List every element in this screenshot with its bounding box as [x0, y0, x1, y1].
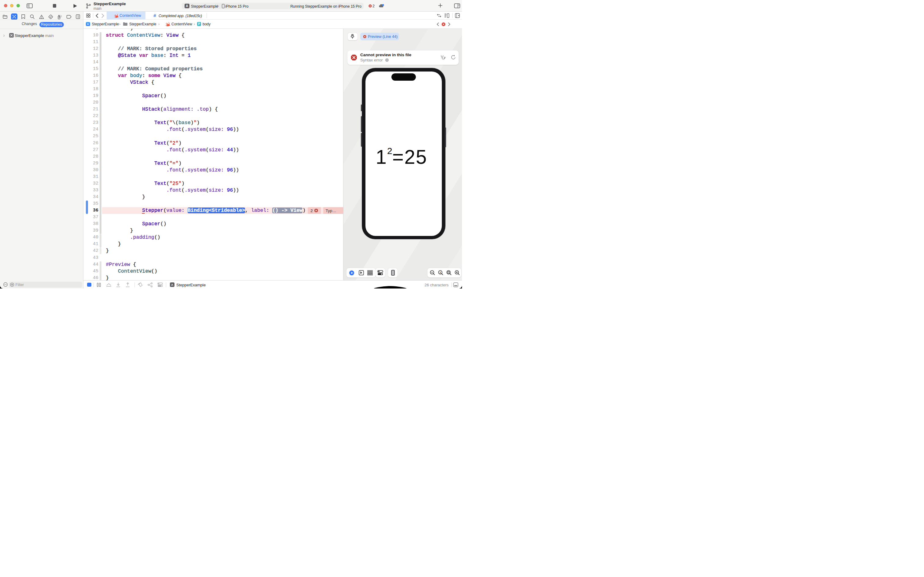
svg-text:1: 1 — [440, 271, 441, 274]
